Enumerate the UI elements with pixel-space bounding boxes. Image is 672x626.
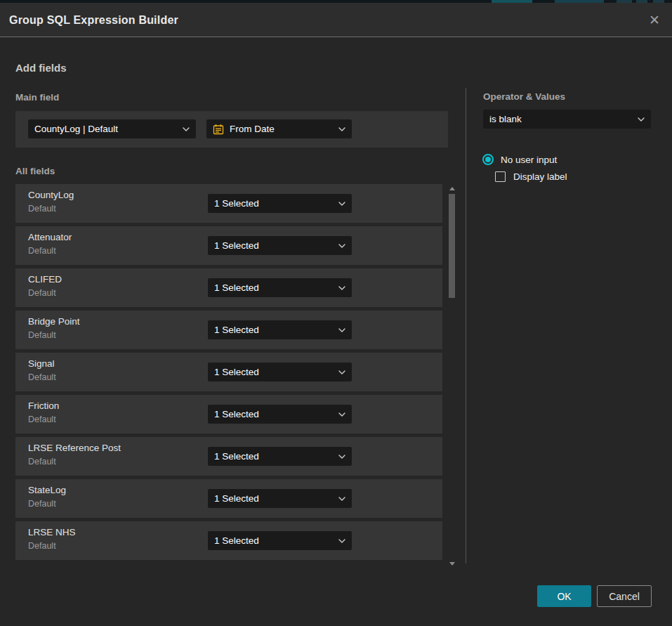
chevron-down-icon xyxy=(638,117,645,122)
field-name: Attenuator xyxy=(28,232,72,242)
chevron-down-icon xyxy=(338,328,345,332)
field-selection-dropdown[interactable]: 1 Selected xyxy=(208,320,352,339)
screen: Group SQL Expression Builder ✕ Add field… xyxy=(0,0,672,626)
field-type: Default xyxy=(28,499,56,509)
dropdown-value: 1 Selected xyxy=(214,535,259,546)
all-fields-list: CountyLog Default 1 Selected Attenuator … xyxy=(15,184,442,560)
field-selection-dropdown[interactable]: 1 Selected xyxy=(208,405,352,424)
chevron-down-icon xyxy=(338,539,345,543)
operator-values-heading: Operator & Values xyxy=(483,91,565,102)
field-type: Default xyxy=(28,372,56,382)
field-selection-dropdown[interactable]: 1 Selected xyxy=(208,236,352,255)
field-name: CLIFED xyxy=(28,274,62,285)
field-name: LRSE Reference Post xyxy=(28,443,121,453)
field-type: Default xyxy=(28,246,56,256)
display-label-checkbox[interactable]: Display label xyxy=(495,171,567,182)
chevron-down-icon xyxy=(338,202,345,206)
scroll-up-icon[interactable] xyxy=(449,187,455,190)
field-name: LRSE NHS xyxy=(28,527,76,537)
dropdown-value: 1 Selected xyxy=(214,493,259,504)
scrollbar-thumb[interactable] xyxy=(449,194,455,298)
field-type: Default xyxy=(28,415,56,424)
radio-selected-icon xyxy=(482,154,494,165)
chevron-down-icon xyxy=(338,497,345,501)
dialog-title: Group SQL Expression Builder xyxy=(9,3,178,37)
field-type: Default xyxy=(28,541,56,551)
field-type: Default xyxy=(28,330,56,340)
radio-label: No user input xyxy=(501,155,557,165)
all-fields-label: All fields xyxy=(15,166,55,176)
dropdown-value: 1 Selected xyxy=(214,240,259,251)
field-selection-dropdown[interactable]: 1 Selected xyxy=(208,363,352,382)
dropdown-value: 1 Selected xyxy=(214,451,259,462)
chevron-down-icon xyxy=(338,412,345,417)
field-selection-dropdown[interactable]: 1 Selected xyxy=(208,278,352,297)
dropdown-value: From Date xyxy=(230,124,275,134)
field-row: CountyLog Default 1 Selected xyxy=(15,184,442,223)
field-name: StateLog xyxy=(28,485,66,495)
operator-dropdown[interactable]: is blank xyxy=(483,110,651,129)
chevron-down-icon xyxy=(338,127,345,131)
field-selection-dropdown[interactable]: 1 Selected xyxy=(208,194,352,213)
main-field-label: Main field xyxy=(15,92,59,103)
calendar-icon xyxy=(213,124,224,135)
checkbox-label: Display label xyxy=(513,171,567,182)
field-type: Default xyxy=(28,457,56,467)
list-scrollbar[interactable] xyxy=(448,184,456,567)
field-name: Friction xyxy=(28,400,59,411)
no-user-input-radio[interactable]: No user input xyxy=(482,154,557,165)
dropdown-value: 1 Selected xyxy=(214,409,259,419)
scroll-down-icon[interactable] xyxy=(449,562,455,566)
field-selection-dropdown[interactable]: 1 Selected xyxy=(208,489,352,508)
dropdown-value: 1 Selected xyxy=(214,325,259,335)
panel-divider xyxy=(466,88,466,563)
dropdown-value: 1 Selected xyxy=(214,282,259,293)
chevron-down-icon xyxy=(338,286,345,290)
main-field-panel: CountyLog | Default From Date xyxy=(15,111,448,148)
field-row: Friction Default 1 Selected xyxy=(15,395,442,433)
field-row: Bridge Point Default 1 Selected xyxy=(15,311,442,349)
field-name: Bridge Point xyxy=(28,316,80,327)
field-row: StateLog Default 1 Selected xyxy=(15,479,442,518)
ok-button[interactable]: OK xyxy=(537,585,591,607)
dialog-header: Group SQL Expression Builder ✕ xyxy=(0,3,672,37)
field-row: Attenuator Default 1 Selected xyxy=(15,226,442,265)
dropdown-value: is blank xyxy=(489,114,522,124)
group-sql-expression-builder-dialog: Group SQL Expression Builder ✕ Add field… xyxy=(0,3,672,626)
dropdown-value: 1 Selected xyxy=(214,367,259,377)
chevron-down-icon xyxy=(183,127,190,131)
cancel-button[interactable]: Cancel xyxy=(597,585,652,607)
dropdown-value: 1 Selected xyxy=(214,198,259,209)
main-field-attribute-dropdown[interactable]: From Date xyxy=(206,119,352,138)
field-row: LRSE Reference Post Default 1 Selected xyxy=(15,437,442,476)
add-fields-heading: Add fields xyxy=(15,62,67,74)
field-name: CountyLog xyxy=(28,190,74,200)
field-row: CLIFED Default 1 Selected xyxy=(15,268,442,307)
field-name: Signal xyxy=(28,358,55,369)
dropdown-value: CountyLog | Default xyxy=(34,124,118,134)
field-selection-dropdown[interactable]: 1 Selected xyxy=(208,447,352,466)
field-type: Default xyxy=(28,204,56,214)
main-field-source-dropdown[interactable]: CountyLog | Default xyxy=(28,119,196,138)
close-icon[interactable]: ✕ xyxy=(647,13,662,28)
field-row: Signal Default 1 Selected xyxy=(15,353,442,391)
field-type: Default xyxy=(28,288,56,298)
chevron-down-icon xyxy=(338,455,345,459)
dialog-footer: OK Cancel xyxy=(537,585,652,607)
checkbox-unchecked-icon xyxy=(495,171,506,182)
chevron-down-icon xyxy=(338,370,345,374)
chevron-down-icon xyxy=(338,244,345,248)
field-selection-dropdown[interactable]: 1 Selected xyxy=(208,531,352,550)
field-row: LRSE NHS Default 1 Selected xyxy=(15,521,442,560)
